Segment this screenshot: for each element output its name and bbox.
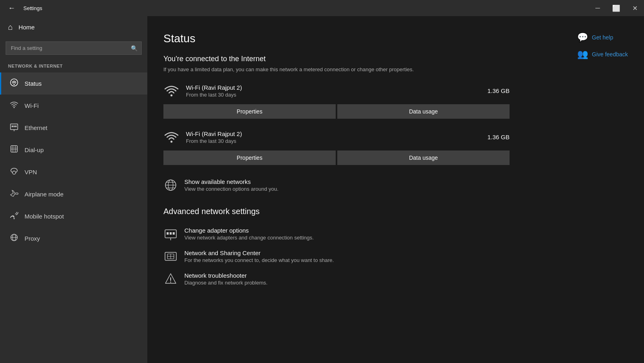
get-help-icon: 💬 [577,32,588,43]
svg-point-1 [14,84,15,85]
maximize-button[interactable]: ⬜ [607,0,625,16]
back-button[interactable]: ← [5,2,19,14]
svg-point-13 [12,171,16,174]
app-title: Settings [23,5,42,11]
sharing-icon [163,249,178,264]
give-feedback-label: Give feedback [592,51,628,58]
connection-status-desc: If you have a limited data plan, you can… [163,66,445,72]
network-usage-2: 1.36 GB [487,134,510,140]
svg-rect-4 [12,126,13,127]
window-controls: ─ ⬜ ✕ [588,0,644,16]
main-content: 💬 Get help 👥 Give feedback Status You're… [147,16,644,363]
sidebar-proxy-label: Proxy [25,235,40,242]
sidebar-wifi-label: Wi-Fi [25,102,39,109]
sharing-center-title: Network and Sharing Center [184,250,334,256]
close-button[interactable]: ✕ [625,0,644,16]
proxy-icon [9,233,19,244]
svg-rect-29 [170,232,172,235]
network-name-2: Wi-Fi (Ravi Rajput 2) [186,130,481,137]
sidebar-search-container: 🔍 [6,41,142,55]
sidebar-status-label: Status [25,80,42,87]
network-card-2: Wi-Fi (Ravi Rajput 2) From the last 30 d… [163,128,510,165]
properties-button-1[interactable]: Properties [163,104,336,119]
app-body: ⌂ Home 🔍 Network & Internet Status [0,16,644,363]
get-help-label: Get help [592,34,613,41]
network-info-2: Wi-Fi (Ravi Rajput 2) From the last 30 d… [163,128,510,146]
troubleshooter-desc: Diagnose and fix network problems. [184,280,268,286]
svg-rect-6 [15,126,17,127]
network-card-1: Wi-Fi (Ravi Rajput 2) From the last 30 d… [163,82,510,119]
search-icon: 🔍 [131,45,138,52]
troubleshooter-link[interactable]: Network troubleshooter Diagnose and fix … [163,268,510,290]
sidebar-dialup-label: Dial-up [25,146,44,153]
get-help-link[interactable]: 💬 Get help [577,32,628,43]
titlebar: ← Settings ─ ⬜ ✕ [0,0,644,16]
status-icon [9,78,19,89]
svg-line-15 [16,171,17,173]
sidebar-vpn-label: VPN [25,169,37,175]
dialup-icon [9,144,19,155]
svg-rect-8 [11,146,17,152]
home-icon: ⌂ [8,23,13,32]
hotspot-icon [9,211,19,222]
sidebar-home-label: Home [19,24,35,31]
change-adapter-link[interactable]: Change adapter options View network adap… [163,223,510,245]
show-networks-desc: View the connection options around you. [184,186,279,192]
sidebar-ethernet-label: Ethernet [25,124,47,131]
troubleshooter-text: Network troubleshooter Diagnose and fix … [184,272,268,286]
data-usage-button-2[interactable]: Data usage [337,151,510,165]
troubleshooter-title: Network troubleshooter [184,272,268,279]
give-feedback-icon: 👥 [577,49,588,60]
svg-point-2 [14,107,15,108]
svg-rect-5 [14,126,15,127]
sidebar-item-vpn[interactable]: VPN [0,161,147,183]
sidebar-item-hotspot[interactable]: Mobile hotspot [0,205,147,227]
sidebar-item-status[interactable]: Status [0,72,147,95]
svg-rect-28 [167,232,169,235]
change-adapter-text: Change adapter options View network adap… [184,227,314,241]
adapter-icon [163,227,178,241]
svg-line-14 [11,171,12,173]
network-details-1: Wi-Fi (Ravi Rajput 2) From the last 30 d… [186,84,481,98]
change-adapter-title: Change adapter options [184,227,314,234]
svg-point-37 [170,282,171,283]
change-adapter-desc: View network adapters and change connect… [184,235,314,241]
advanced-section-title: Advanced network settings [163,207,620,216]
svg-point-16 [14,218,15,219]
sidebar-airplane-label: Airplane mode [25,191,64,198]
network-buttons-1: Properties Data usage [163,104,510,119]
properties-button-2[interactable]: Properties [163,151,336,165]
network-buttons-2: Properties Data usage [163,151,510,165]
show-networks-text: Show available networks View the connect… [184,178,279,192]
minimize-button[interactable]: ─ [588,0,607,16]
data-usage-button-1[interactable]: Data usage [337,104,510,119]
network-info-1: Wi-Fi (Ravi Rajput 2) From the last 30 d… [163,82,510,99]
sharing-center-desc: For the networks you connect to, decide … [184,257,334,263]
network-sub-1: From the last 30 days [186,92,481,98]
vpn-icon [9,167,19,177]
sidebar-item-home[interactable]: ⌂ Home [0,16,147,38]
network-name-1: Wi-Fi (Ravi Rajput 2) [186,84,481,91]
svg-point-20 [171,95,173,97]
troubleshooter-icon [163,272,178,286]
give-feedback-link[interactable]: 👥 Give feedback [577,49,628,60]
search-input[interactable] [6,41,142,55]
globe-icon [163,178,178,192]
sharing-center-text: Network and Sharing Center For the netwo… [184,250,334,263]
network-wifi-icon-2 [163,128,180,146]
help-panel: 💬 Get help 👥 Give feedback [577,32,628,60]
network-sub-2: From the last 30 days [186,138,481,144]
sidebar-item-ethernet[interactable]: Ethernet [0,117,147,139]
sidebar-item-wifi[interactable]: Wi-Fi [0,95,147,117]
sidebar-item-airplane[interactable]: Airplane mode [0,183,147,205]
network-usage-1: 1.36 GB [487,87,510,94]
sharing-center-link[interactable]: Network and Sharing Center For the netwo… [163,245,510,268]
sidebar-section-title: Network & Internet [0,61,147,72]
airplane-icon [9,189,19,200]
network-details-2: Wi-Fi (Ravi Rajput 2) From the last 30 d… [186,130,481,144]
sidebar-item-dialup[interactable]: Dial-up [0,139,147,161]
page-title: Status [163,32,620,45]
sidebar-item-proxy[interactable]: Proxy [0,227,147,250]
svg-rect-30 [173,232,175,235]
show-networks-link[interactable]: Show available networks View the connect… [163,175,510,196]
